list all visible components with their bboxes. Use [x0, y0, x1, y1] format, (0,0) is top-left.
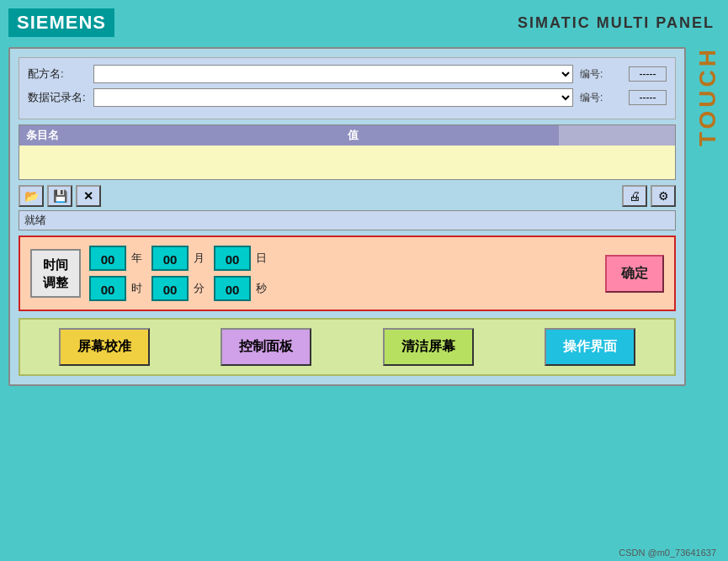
datalog-code-value: -----: [629, 90, 667, 105]
toolbar-right: 🖨 ⚙: [622, 185, 676, 207]
table-col2-header: 值: [341, 125, 560, 146]
day-field[interactable]: 00: [214, 246, 251, 271]
panel-title: SIMATIC MULTI PANEL: [518, 14, 715, 32]
second-unit: 秒: [256, 281, 271, 296]
recipe-code-label: 编号:: [580, 67, 622, 82]
table-col1-header: 条目名: [19, 125, 341, 146]
footer: CSDN @m0_73641637: [619, 548, 716, 558]
control-panel-button[interactable]: 控制面板: [221, 328, 311, 366]
time-label: 时间 调整: [30, 249, 81, 298]
toolbar: 📂 💾 ✕ 🖨 ⚙: [19, 185, 676, 207]
toolbar-extra1-button[interactable]: 🖨: [622, 185, 647, 207]
extra1-icon: 🖨: [629, 189, 640, 203]
datalog-label: 数据记录名:: [28, 90, 87, 105]
data-table: 条目名 值: [19, 124, 676, 180]
year-field[interactable]: 00: [89, 246, 126, 271]
touch-label: TOUCH: [694, 46, 721, 146]
datalog-code-label: 编号:: [580, 91, 622, 105]
month-unit: 月: [194, 251, 209, 266]
month-field[interactable]: 00: [151, 246, 189, 271]
second-field[interactable]: 00: [214, 276, 251, 301]
minute-field[interactable]: 00: [151, 276, 189, 301]
bottom-buttons: 屏幕校准 控制面板 清洁屏幕 操作界面: [19, 318, 676, 376]
toolbar-extra2-button[interactable]: ⚙: [651, 185, 676, 207]
time-row-time: 00 时 00 分 00 秒: [89, 276, 597, 301]
toolbar-open-button[interactable]: 📂: [19, 185, 44, 207]
operate-interface-button[interactable]: 操作界面: [545, 328, 635, 366]
header: SIEMENS SIMATIC MULTI PANEL: [0, 0, 728, 44]
datalog-row: 数据记录名: 编号: -----: [28, 88, 667, 107]
table-col3-header: [559, 125, 675, 146]
toolbar-close-button[interactable]: ✕: [76, 185, 101, 207]
time-section: 时间 调整 00 年 00 月 00 日 00 时 00 分 00 秒 确定: [19, 236, 676, 311]
year-unit: 年: [131, 251, 146, 266]
recipe-label: 配方名:: [28, 66, 87, 82]
close-icon: ✕: [83, 189, 93, 203]
extra2-icon: ⚙: [658, 189, 669, 203]
day-unit: 日: [256, 251, 271, 266]
minute-unit: 分: [194, 281, 209, 296]
datalog-select[interactable]: [93, 88, 573, 107]
form-section: 配方名: 编号: ----- 数据记录名: 编号: -----: [19, 57, 676, 119]
clean-screen-button[interactable]: 清洁屏幕: [383, 328, 474, 366]
recipe-select[interactable]: [93, 65, 573, 83]
main-area: 配方名: 编号: ----- 数据记录名: 编号: ----- 条目名 值 📂 …: [8, 47, 686, 386]
siemens-logo: SIEMENS: [8, 8, 114, 37]
screen-calibrate-button[interactable]: 屏幕校准: [59, 328, 150, 366]
recipe-code-value: -----: [629, 66, 667, 82]
hour-unit: 时: [131, 281, 146, 296]
open-icon: 📂: [24, 189, 39, 203]
hour-field[interactable]: 00: [89, 276, 126, 301]
status-bar: 就绪: [19, 210, 676, 230]
save-icon: 💾: [53, 189, 67, 203]
toolbar-save-button[interactable]: 💾: [47, 185, 72, 207]
time-row-date: 00 年 00 月 00 日: [89, 246, 597, 271]
time-inputs: 00 年 00 月 00 日 00 时 00 分 00 秒: [89, 246, 597, 301]
recipe-row: 配方名: 编号: -----: [28, 65, 667, 83]
confirm-button[interactable]: 确定: [605, 255, 664, 293]
table-header: 条目名 值: [19, 125, 675, 146]
table-body: [19, 146, 675, 179]
